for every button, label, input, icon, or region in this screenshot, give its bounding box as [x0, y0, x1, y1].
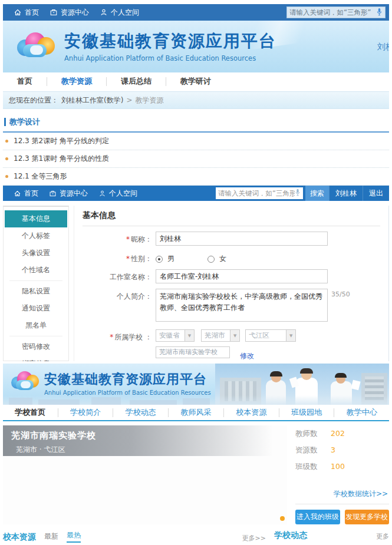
- s1-topbar: 首页 资源中心 个人空间: [3, 4, 389, 21]
- discover-schools-button[interactable]: 发现更多学校: [345, 510, 390, 524]
- list-item-label: 12.1 全等三角形: [14, 171, 67, 181]
- intro-field[interactable]: [156, 289, 328, 322]
- school-row: *所属学校 ： 安徽省▼ 芜湖市▼ 弋江区▼: [83, 329, 380, 342]
- required-star: *: [126, 235, 130, 243]
- studio-name-field[interactable]: [156, 269, 328, 283]
- breadcrumb-workspace-link[interactable]: 刘桂林工作室(数学): [61, 95, 123, 105]
- platform-subtitle: Anhui Application Platform of Basic Educ…: [64, 54, 276, 62]
- city-select[interactable]: 芜湖市▼: [201, 329, 240, 342]
- sidebar-item-notification-settings[interactable]: 通知设置: [5, 300, 67, 317]
- school-tab-teaching-center[interactable]: 教学中心: [334, 407, 389, 418]
- person-icon: [98, 190, 106, 197]
- nickname-field[interactable]: [156, 232, 328, 246]
- studio-name-row: 工作室名称：: [83, 269, 380, 283]
- required-star: *: [126, 255, 130, 263]
- intro-row: 个人简介： 35/50: [83, 289, 380, 324]
- s1-nav-resource-center[interactable]: 资源中心: [50, 8, 89, 18]
- s1-search-input[interactable]: [289, 8, 376, 16]
- carousel-dot[interactable]: [280, 516, 285, 521]
- sidebar-item-blacklist[interactable]: 黑名单: [5, 317, 67, 334]
- mic-icon[interactable]: [295, 189, 301, 198]
- news-more-link[interactable]: 更多: [376, 532, 389, 541]
- bullet-icon: [5, 157, 8, 160]
- list-item[interactable]: 12.1 全等三角形: [3, 168, 389, 186]
- mic-icon[interactable]: [376, 8, 383, 18]
- platform-title: 安徽基础教育资源应用平台: [64, 30, 276, 52]
- gender-male-radio[interactable]: [156, 256, 163, 263]
- platform-title-block: 安徽基础教育资源应用平台 Anhui Application Platform …: [44, 371, 211, 396]
- s1-tab-lesson-summary[interactable]: 课后总结: [107, 76, 166, 87]
- s2-topbar: 首页 资源中心 个人空间 搜索 刘桂林 退出: [3, 186, 389, 201]
- sidebar-item-personal-tags[interactable]: 个人标签: [5, 227, 67, 245]
- school-tab-intro[interactable]: 学校简介: [58, 407, 113, 418]
- school-resources-column: 校本资源 最新 最热 更多>>: [3, 530, 266, 545]
- school-tab-home[interactable]: 学校首页: [3, 407, 58, 418]
- s1-nav-personal-space[interactable]: 个人空间: [100, 8, 139, 18]
- teaching-design-header: 教学设计: [3, 117, 389, 127]
- s3-bottom: 校本资源 最新 最热 更多>> 学校动态 更多: [3, 530, 389, 545]
- s1-tab-teaching-research[interactable]: 教学研讨: [166, 76, 225, 87]
- s2-nav-home[interactable]: 首页: [14, 189, 38, 199]
- province-select[interactable]: 安徽省▼: [156, 329, 195, 342]
- sidebar-divider: [9, 336, 62, 336]
- stat-label: 资源数: [295, 445, 326, 455]
- tab-hottest[interactable]: 最热: [67, 530, 81, 543]
- s2-nav-personal-space[interactable]: 个人空间: [98, 189, 137, 199]
- school-name-box: 芜湖市南瑞实验学校: [156, 346, 230, 358]
- logout-button[interactable]: 退出: [363, 186, 389, 201]
- sidebar-item-basic-info[interactable]: 基本信息: [5, 210, 67, 227]
- school-tab-resources[interactable]: 校本资源: [224, 407, 279, 418]
- school-name: 芜湖市南瑞实验学校: [11, 430, 287, 441]
- chevron-down-icon: ▼: [185, 330, 194, 341]
- panel-divider: [295, 504, 389, 504]
- username-link[interactable]: 刘桂林: [329, 186, 363, 201]
- sidebar-item-custom-domain[interactable]: 个性域名: [5, 262, 67, 279]
- sidebar-item-privacy-settings[interactable]: 隐私设置: [5, 283, 67, 300]
- s1-main-nav: 首页 教学资源 课后总结 教学研讨: [3, 72, 389, 90]
- school-news-title: 学校动态: [274, 530, 307, 541]
- teaching-design-title: 教学设计: [9, 117, 40, 127]
- form-title: 基本信息: [83, 210, 380, 226]
- enter-my-class-button[interactable]: 进入我的班级: [295, 510, 340, 524]
- gender-row: *性别： 男 女: [83, 251, 380, 264]
- sidebar-item-change-password[interactable]: 密码修改: [5, 338, 67, 355]
- s2-nav-resource-center[interactable]: 资源中心: [49, 189, 88, 199]
- sidebar-item-avatar-settings[interactable]: 头像设置: [5, 245, 67, 262]
- stat-value: 3: [331, 445, 335, 455]
- search-button[interactable]: 搜索: [305, 186, 329, 201]
- list-item[interactable]: 12.3 第2课时 角平分线的判定: [3, 133, 389, 150]
- school-statistics-link[interactable]: 学校数据统计>>: [295, 489, 389, 499]
- s1-tab-home[interactable]: 首页: [3, 76, 47, 87]
- gender-male-label: 男: [167, 254, 174, 264]
- stat-row: 班级数 100: [295, 462, 389, 472]
- school-carousel: 芜湖市南瑞实验学校 芜湖市 · 弋江区: [3, 425, 287, 524]
- sidebar-item-binding-info[interactable]: 绑定信息: [5, 355, 67, 361]
- resources-more-link[interactable]: 更多>>: [242, 534, 266, 543]
- breadcrumb: 您现在的位置： 刘桂林工作室(数学) > 教学资源: [3, 91, 389, 109]
- school-tab-news[interactable]: 学校动态: [113, 407, 168, 418]
- s1-tab-teaching-resources[interactable]: 教学资源: [47, 76, 106, 87]
- modify-school-link[interactable]: 修改: [240, 352, 254, 360]
- resource-center-icon: [49, 190, 57, 197]
- school-tab-teachers[interactable]: 教师风采: [169, 407, 223, 418]
- stat-row: 资源数 3: [295, 445, 389, 455]
- chevron-down-icon: ▼: [230, 330, 239, 341]
- breadcrumb-prefix: 您现在的位置：: [9, 95, 58, 105]
- tab-latest[interactable]: 最新: [44, 531, 58, 543]
- intro-label: 个人简介：: [83, 289, 152, 302]
- required-star: *: [110, 333, 113, 341]
- basic-info-form: 基本信息 *昵称： *性别： 男 女 工作室名称：: [74, 206, 389, 361]
- school-tab-classes[interactable]: 班级园地: [279, 407, 334, 418]
- home-icon: [14, 190, 21, 197]
- gender-female-radio[interactable]: [207, 256, 215, 263]
- list-item[interactable]: 12.3 第1课时 角平分线的性质: [3, 150, 389, 168]
- s1-banner-username[interactable]: 刘桂: [377, 42, 389, 52]
- platform-title-block: 安徽基础教育资源应用平台 Anhui Application Platform …: [64, 30, 276, 62]
- school-nav: 学校首页 学校简介 学校动态 教师风采 校本资源 班级园地 教学中心: [3, 405, 389, 421]
- s2-search-input[interactable]: [218, 189, 295, 197]
- district-select[interactable]: 弋江区▼: [245, 329, 296, 342]
- bullet-icon: [5, 140, 8, 143]
- home-icon: [14, 8, 22, 16]
- s1-nav-home[interactable]: 首页: [14, 8, 39, 18]
- page: 首页 资源中心 个人空间 安徽基础教育资源应用平台 Anhui Applicat…: [0, 4, 392, 545]
